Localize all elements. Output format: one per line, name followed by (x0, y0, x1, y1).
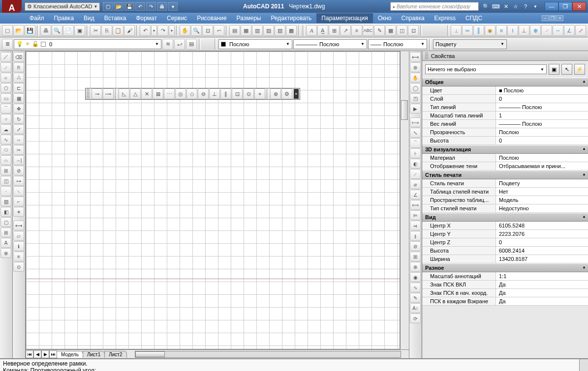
constraint10-icon[interactable]: ↔ (553, 25, 563, 36)
properties-icon[interactable]: ▤ (229, 25, 240, 36)
constraint6-icon[interactable]: ⫲ (507, 25, 518, 36)
menu-вид[interactable]: Вид (79, 13, 99, 23)
spellcheck-icon[interactable]: ABC (363, 25, 373, 36)
property-value[interactable]: Модель (496, 196, 588, 204)
array-icon[interactable]: ▦ (13, 93, 24, 103)
chamfer-icon[interactable]: ⟍ (13, 186, 24, 196)
property-row[interactable]: Стиль печатиПоцвету (422, 179, 588, 188)
help-icon[interactable]: ? (521, 2, 530, 10)
tab-next-button[interactable]: ▶ (41, 350, 49, 358)
block-insert-icon[interactable]: ⊞ (0, 166, 11, 175)
menu-параметризация[interactable]: Параметризация (316, 13, 372, 23)
constraint11-icon[interactable]: ∠ (564, 25, 575, 36)
dimedit-icon[interactable]: ✎ (410, 293, 421, 303)
cube-icon[interactable]: ◳ (410, 93, 421, 103)
exchange-icon[interactable]: ✕ (501, 2, 510, 10)
new-icon[interactable]: ▢ (2, 25, 13, 36)
id-icon[interactable]: ⊙ (13, 262, 24, 272)
dim-baseline-icon[interactable]: ⊨ (410, 210, 421, 220)
props-group-header[interactable]: Стиль печати▴ (422, 171, 588, 179)
property-row[interactable]: Тип стилей печатиНедоступно (422, 204, 588, 213)
constraint5-icon[interactable]: ≡ (496, 25, 507, 36)
snap-tangent-icon[interactable]: ⊖ (198, 88, 209, 99)
property-row[interactable]: ПСК в каждом ВэкранеДа (422, 297, 588, 306)
tool-palettes-icon[interactable]: ▥ (252, 25, 263, 36)
table-style-icon[interactable]: ⊞ (329, 25, 340, 36)
menu-спдс[interactable]: СПДС (461, 13, 487, 23)
property-value[interactable]: 6008.2414 (496, 247, 588, 255)
snap-center-icon[interactable]: ◎ (175, 88, 186, 99)
plotstyle-dropdown[interactable]: Поцвету ▼ (433, 39, 507, 49)
toolbar-close-icon[interactable]: × (294, 89, 299, 99)
mdi-close[interactable]: × (557, 15, 563, 21)
dcenter-icon[interactable]: ▦ (241, 25, 251, 36)
property-value[interactable]: Да (496, 297, 588, 305)
horizontal-scrollbar[interactable] (135, 351, 402, 358)
dim-style-icon[interactable]: A̲ (317, 25, 328, 36)
circle-icon[interactable]: ○ (0, 114, 11, 124)
table-icon[interactable]: ⊞ (0, 228, 11, 237)
menu-сервис[interactable]: Сервис (162, 13, 192, 23)
command-window[interactable]: Неверное определение рамки. Команда: Про… (0, 358, 588, 371)
undo-list-icon[interactable]: ▾ (151, 25, 157, 36)
qdim-icon[interactable]: ⟺ (410, 200, 421, 210)
mdi-minimize[interactable]: – (542, 15, 549, 21)
property-value[interactable]: 1:1 (496, 272, 588, 280)
menu-правка[interactable]: Правка (49, 13, 79, 23)
property-value[interactable]: 0 (496, 238, 588, 246)
centermark-icon[interactable]: ⊕ (410, 262, 421, 272)
tab-prev-button[interactable]: ◀ (33, 350, 41, 358)
menu-размеры[interactable]: Размеры (232, 13, 266, 23)
tab-model[interactable]: Модель (57, 351, 83, 358)
property-row[interactable]: Масштаб аннотаций1:1 (422, 272, 588, 281)
snap-insert-icon[interactable]: ⊡ (232, 88, 243, 99)
props-group-header[interactable]: Вид▴ (422, 213, 588, 222)
paste-icon[interactable]: 📋 (113, 25, 124, 36)
menu-вставка[interactable]: Вставка (99, 13, 131, 23)
inspect-icon[interactable]: ◉ (410, 272, 421, 282)
linetype-dropdown[interactable]: ———— Послою ▼ (293, 39, 367, 49)
property-row[interactable]: Центр Y2223.2076 (422, 230, 588, 238)
layer-state-icon[interactable]: ▤ (186, 39, 197, 50)
property-value[interactable]: Послою (496, 128, 588, 136)
workspace-dropdown[interactable]: ⚙ Классический AutoCAD ▼ (25, 2, 100, 11)
dim-linear-icon[interactable]: ⟼ (410, 117, 421, 127)
quickcalc-icon[interactable]: ▩ (286, 25, 297, 36)
region-icon[interactable]: ▢ (0, 217, 11, 227)
property-row[interactable]: Центр Z0 (422, 238, 588, 247)
undo-icon[interactable]: ↶ (140, 25, 151, 36)
constraint-icon[interactable]: ⟂ (451, 25, 462, 36)
redo-button[interactable]: ↷ (146, 2, 156, 11)
text-style-icon[interactable]: A (306, 25, 317, 36)
dim-arc-icon[interactable]: ⌒ (410, 138, 421, 148)
hatch-icon[interactable]: ▨ (0, 197, 11, 206)
model-viewport[interactable]: ⊸ ◦⊸ ◺ △ ✕ ⊠ ⋯ ◎ ◇ ⊖ ⊥ ∥ ⊡ ⊙ ⌖ (26, 51, 400, 349)
snap-parallel-icon[interactable]: ∥ (220, 88, 231, 99)
constraint2-icon[interactable]: ═ (462, 25, 473, 36)
pline-icon[interactable]: ⟈ (0, 73, 11, 83)
arc-icon[interactable]: ⌒ (0, 104, 11, 114)
menu-редактировать[interactable]: Редактировать (266, 13, 316, 23)
erase-icon[interactable]: ⌫ (13, 52, 24, 62)
property-row[interactable]: Цвет■ Послою (422, 86, 588, 95)
zoom-window-icon[interactable]: ⊡ (202, 25, 213, 36)
menu-формат[interactable]: Формат (131, 13, 162, 23)
gradient-icon[interactable]: ◧ (0, 207, 11, 217)
property-value[interactable]: 1 (496, 112, 588, 119)
snap-intersect-icon[interactable]: ✕ (141, 88, 152, 99)
cut-icon[interactable]: ✂ (90, 25, 101, 36)
redo-list-icon[interactable]: ▾ (169, 25, 175, 36)
3ddwf-icon[interactable]: ▣ (74, 25, 85, 36)
zoom-prev-icon[interactable]: ⤺ (214, 25, 224, 36)
layer-dropdown[interactable]: 💡 ☀ 🔓 0 ▼ (14, 39, 161, 49)
dim-break-icon[interactable]: ⊘ (410, 241, 421, 251)
snap-extension-icon[interactable]: ⋯ (164, 88, 175, 99)
plot-preview-icon[interactable]: 🔍 (52, 25, 62, 36)
properties-titlebar[interactable]: Свойства (422, 51, 588, 61)
wheel-icon[interactable]: ⊛ (410, 62, 421, 72)
property-row[interactable]: Тип линий———— Послою (422, 103, 588, 112)
snap-midpoint-icon[interactable]: △ (130, 88, 141, 99)
constraint7-icon[interactable]: ⊥ (519, 25, 529, 36)
polygon-icon[interactable]: ⬠ (0, 83, 11, 93)
dim-angular-icon[interactable]: ∠ (410, 190, 421, 200)
